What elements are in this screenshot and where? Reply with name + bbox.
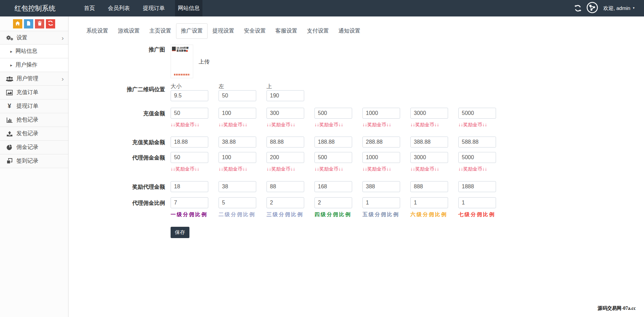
yen-icon: ¥ (5, 103, 14, 110)
sidebar-item-checkin-records[interactable]: 签到记录 (0, 154, 68, 168)
recharge-amount-input[interactable] (267, 108, 304, 119)
avatar[interactable] (586, 2, 598, 15)
agent-reward-input[interactable] (314, 181, 352, 192)
recharge-reward-input[interactable] (410, 137, 448, 148)
agent-reward-input[interactable] (267, 181, 304, 192)
agent-reward-row (171, 181, 506, 192)
qr-size-input[interactable] (171, 90, 208, 101)
top-navbar: 红包控制系统 首页 会员列表 提现订单 网站信息 (0, 0, 644, 16)
file-button[interactable] (24, 19, 33, 28)
tab-homepage-settings[interactable]: 主页设置 (145, 23, 176, 39)
welcome-text: 欢迎, admin (603, 5, 630, 12)
recharge-amount-input[interactable] (458, 108, 496, 119)
recharge-reward-input[interactable] (458, 137, 496, 148)
recharge-reward-input[interactable] (362, 137, 400, 148)
qr-top-input[interactable] (267, 90, 304, 101)
agent-reward-input[interactable] (219, 181, 256, 192)
qr-left-input[interactable] (219, 90, 256, 101)
qr-position-fields: 大小 左 上 (171, 83, 314, 101)
recharge-reward-input[interactable] (314, 137, 352, 148)
agent-commission-input[interactable] (410, 152, 448, 163)
tab-security-settings[interactable]: 安全设置 (239, 23, 271, 39)
sidebar-item-recharge-orders[interactable]: 充值订单 (0, 86, 68, 99)
gears-icon (5, 35, 14, 41)
nav-item-members[interactable]: 会员列表 (106, 0, 132, 16)
caret-right-icon: ▸ (10, 63, 12, 68)
bar-chart-icon (5, 117, 14, 123)
settings-tabs: 系统设置 游戏设置 主页设置 推广设置 提现设置 安全设置 客服设置 支付设置 … (82, 23, 365, 39)
recharge-amount-input[interactable] (314, 108, 352, 119)
agent-reward-input[interactable] (410, 181, 448, 192)
field-label-agent-reward: 奖励代理金额 (82, 184, 165, 190)
commission-ratio-input[interactable] (171, 197, 208, 208)
agent-commission-input[interactable] (458, 152, 496, 163)
sidebar-item-send-records[interactable]: 发包记录 (0, 127, 68, 141)
sidebar-item-withdraw-orders[interactable]: ¥ 提现订单 (0, 99, 68, 113)
recharge-reward-input[interactable] (171, 137, 208, 148)
trash-button[interactable] (35, 19, 44, 28)
commission-ratio-input[interactable] (362, 197, 400, 208)
agent-reward-input[interactable] (362, 181, 400, 192)
recharge-amount-input[interactable] (410, 108, 448, 119)
agent-commission-input[interactable] (267, 152, 304, 163)
sidebar-item-label: 网站信息 (15, 48, 37, 55)
save-button[interactable]: 保存 (171, 227, 189, 238)
commission-ratio-input[interactable] (267, 197, 304, 208)
qr-left-cell: 左 (219, 83, 256, 101)
upload-link[interactable]: 上传 (199, 58, 210, 66)
user-menu[interactable]: 欢迎, admin ▼ (603, 5, 635, 12)
agent-reward-input[interactable] (458, 181, 496, 192)
sidebar-item-label: 佣金记录 (16, 144, 38, 151)
commission-ratio-input[interactable] (314, 197, 352, 208)
nav-item-withdraw-orders[interactable]: 提现订单 (141, 0, 166, 16)
tab-game-settings[interactable]: 游戏设置 (113, 23, 145, 39)
sidebar-item-user-management[interactable]: 用户管理 › (0, 72, 68, 86)
tab-system-settings[interactable]: 系统设置 (82, 23, 113, 39)
agent-commission-input[interactable] (219, 152, 256, 163)
recharge-reward-input[interactable] (267, 137, 304, 148)
reward-coin-note: ↓↓奖励金币↓↓ (267, 166, 304, 172)
commission-ratio-input[interactable] (410, 197, 448, 208)
tab-payment-settings[interactable]: 支付设置 (302, 23, 334, 39)
recycle-button[interactable] (46, 19, 55, 28)
tab-promotion-settings[interactable]: 推广设置 (176, 23, 208, 39)
recharge-amount-input[interactable] (362, 108, 400, 119)
recharge-reward-input[interactable] (219, 137, 256, 148)
sidebar-item-settings[interactable]: 设置 › (0, 31, 68, 45)
thumbnail-footer-bar (174, 74, 190, 75)
recycle-icon (48, 21, 53, 27)
commission-ratio-input[interactable] (458, 197, 496, 208)
tab-withdraw-settings[interactable]: 提现设置 (208, 23, 239, 39)
reward-coin-note: ↓↓奖励金币↓↓ (362, 166, 400, 172)
promo-thumbnail[interactable]: 10-300扫雷 喜迎新春 (171, 45, 193, 78)
nav-item-home[interactable]: 首页 (82, 0, 97, 16)
commission-level-label: 三级分佣比例 (267, 211, 304, 218)
nav-item-site-info[interactable]: 网站信息 (175, 0, 202, 16)
upload-icon (5, 131, 14, 137)
agent-reward-input[interactable] (171, 181, 208, 192)
tab-notification-settings[interactable]: 通知设置 (334, 23, 365, 39)
sidebar-item-commission-records[interactable]: 佣金记录 (0, 141, 68, 154)
sidebar-item-user-actions[interactable]: ▸ 用户操作 (0, 58, 68, 72)
home-icon (15, 21, 20, 27)
recharge-amount-input[interactable] (219, 108, 256, 119)
commission-level-label: 四级分佣比例 (314, 211, 352, 218)
sidebar-menu: 设置 › ▸ 网站信息 ▸ 用户操作 用户管理 › (0, 31, 68, 168)
app-title[interactable]: 红包控制系统 (0, 0, 55, 16)
agent-commission-input[interactable] (314, 152, 352, 163)
home-button[interactable] (13, 19, 22, 28)
agent-commission-input[interactable] (171, 152, 208, 163)
recharge-amount-row: ↓↓奖励金币↓↓ ↓↓奖励金币↓↓ ↓↓奖励金币↓↓ ↓↓奖励金币↓↓ ↓↓奖励… (171, 108, 506, 128)
sidebar-item-site-info[interactable]: ▸ 网站信息 (0, 45, 68, 58)
reward-coin-note: ↓↓奖励金币↓↓ (314, 122, 352, 128)
agent-commission-input[interactable] (362, 152, 400, 163)
trash-icon (38, 21, 42, 27)
recharge-amount-input[interactable] (171, 108, 208, 119)
chevron-right-icon: › (62, 75, 64, 82)
sidebar-item-grab-records[interactable]: 抢包记录 (0, 113, 68, 127)
field-label-promo-image: 推广图 (82, 47, 165, 53)
refresh-icon[interactable] (574, 5, 581, 12)
caret-right-icon: ▸ (10, 49, 12, 54)
commission-ratio-input[interactable] (219, 197, 256, 208)
tab-service-settings[interactable]: 客服设置 (271, 23, 302, 39)
